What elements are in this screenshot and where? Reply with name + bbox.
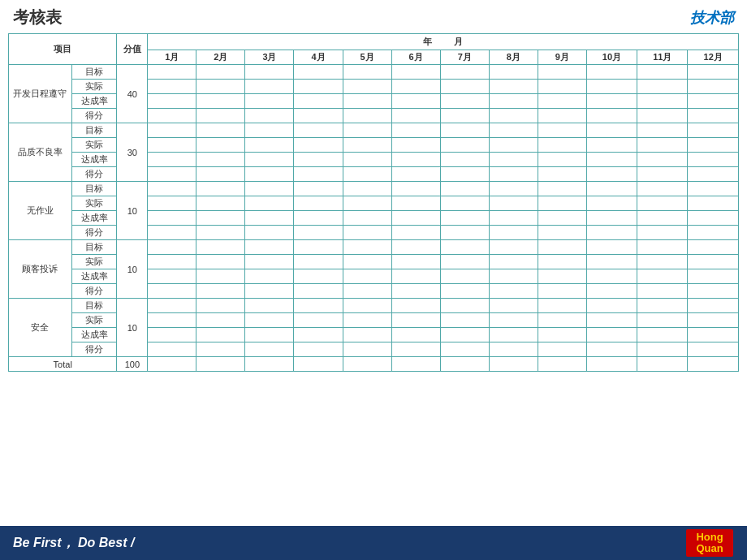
data-cell[interactable] [245,109,294,123]
data-cell[interactable] [538,342,586,357]
data-cell[interactable] [688,313,739,328]
data-cell[interactable] [343,138,391,153]
data-cell[interactable] [343,342,391,357]
data-cell[interactable] [196,182,245,196]
data-cell[interactable] [343,269,391,284]
data-cell[interactable] [391,328,440,342]
data-cell[interactable] [343,255,391,269]
data-cell[interactable] [196,342,245,357]
data-cell[interactable] [489,153,538,167]
data-cell[interactable] [391,109,440,123]
data-cell[interactable] [343,226,391,240]
data-cell[interactable] [294,153,343,167]
data-cell[interactable] [196,153,245,167]
data-cell[interactable] [586,182,637,196]
data-cell[interactable] [440,328,489,342]
data-cell[interactable] [343,196,391,211]
data-cell[interactable] [538,211,586,226]
data-cell[interactable] [391,226,440,240]
data-cell[interactable] [196,240,245,255]
data-cell[interactable] [343,65,391,80]
data-cell[interactable] [294,342,343,357]
data-cell[interactable] [637,328,688,342]
data-cell[interactable] [391,240,440,255]
data-cell[interactable] [586,255,637,269]
data-cell[interactable] [391,342,440,357]
data-cell[interactable] [637,313,688,328]
data-cell[interactable] [391,123,440,138]
data-cell[interactable] [538,123,586,138]
data-cell[interactable] [440,226,489,240]
data-cell[interactable] [440,196,489,211]
data-cell[interactable] [489,109,538,123]
data-cell[interactable] [148,211,196,226]
total-cell[interactable] [586,357,637,372]
data-cell[interactable] [245,299,294,313]
data-cell[interactable] [294,138,343,153]
data-cell[interactable] [440,240,489,255]
data-cell[interactable] [148,182,196,196]
data-cell[interactable] [245,328,294,342]
data-cell[interactable] [688,80,739,94]
data-cell[interactable] [538,80,586,94]
data-cell[interactable] [637,196,688,211]
data-cell[interactable] [294,299,343,313]
data-cell[interactable] [586,123,637,138]
data-cell[interactable] [489,196,538,211]
data-cell[interactable] [343,328,391,342]
data-cell[interactable] [148,153,196,167]
data-cell[interactable] [637,167,688,182]
data-cell[interactable] [294,269,343,284]
data-cell[interactable] [538,196,586,211]
data-cell[interactable] [440,299,489,313]
data-cell[interactable] [245,226,294,240]
data-cell[interactable] [637,255,688,269]
data-cell[interactable] [440,109,489,123]
data-cell[interactable] [688,153,739,167]
data-cell[interactable] [245,313,294,328]
data-cell[interactable] [586,196,637,211]
data-cell[interactable] [637,109,688,123]
data-cell[interactable] [294,94,343,109]
data-cell[interactable] [637,94,688,109]
total-cell[interactable] [294,357,343,372]
data-cell[interactable] [637,123,688,138]
data-cell[interactable] [245,123,294,138]
data-cell[interactable] [148,123,196,138]
data-cell[interactable] [688,328,739,342]
data-cell[interactable] [245,94,294,109]
data-cell[interactable] [637,226,688,240]
data-cell[interactable] [637,138,688,153]
data-cell[interactable] [688,182,739,196]
data-cell[interactable] [637,80,688,94]
data-cell[interactable] [440,80,489,94]
data-cell[interactable] [343,284,391,299]
data-cell[interactable] [489,182,538,196]
data-cell[interactable] [196,284,245,299]
data-cell[interactable] [245,167,294,182]
data-cell[interactable] [440,65,489,80]
data-cell[interactable] [440,269,489,284]
data-cell[interactable] [489,328,538,342]
data-cell[interactable] [586,80,637,94]
data-cell[interactable] [196,299,245,313]
data-cell[interactable] [391,284,440,299]
data-cell[interactable] [196,167,245,182]
data-cell[interactable] [538,255,586,269]
data-cell[interactable] [440,153,489,167]
data-cell[interactable] [538,167,586,182]
data-cell[interactable] [196,80,245,94]
data-cell[interactable] [294,196,343,211]
data-cell[interactable] [391,299,440,313]
data-cell[interactable] [294,240,343,255]
data-cell[interactable] [391,182,440,196]
data-cell[interactable] [148,196,196,211]
data-cell[interactable] [196,65,245,80]
data-cell[interactable] [294,226,343,240]
total-cell[interactable] [391,357,440,372]
data-cell[interactable] [343,167,391,182]
data-cell[interactable] [294,211,343,226]
data-cell[interactable] [148,240,196,255]
data-cell[interactable] [440,182,489,196]
data-cell[interactable] [489,255,538,269]
